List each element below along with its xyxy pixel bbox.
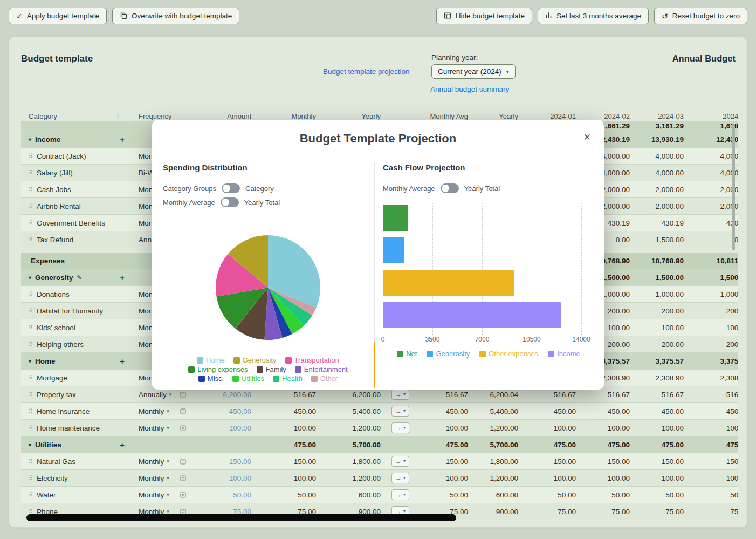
collapse-caret-icon[interactable]: ▾ (29, 358, 31, 364)
pie-legend-item-utilities[interactable]: Utilities (232, 374, 264, 383)
category-label: Category (245, 185, 274, 193)
drag-handle-icon[interactable]: ⠿ (29, 220, 33, 227)
set-last-3-months-average-button[interactable]: Set last 3 months average (538, 8, 649, 24)
pie-legend-item-transportation[interactable]: Transportation (285, 356, 339, 365)
pie-legend-item-entertainment[interactable]: Entertainment (295, 365, 348, 374)
bar-other-expenses[interactable] (383, 270, 514, 296)
apply-row-button[interactable]: →▾ (391, 473, 409, 483)
frequency-value: Monthly (139, 491, 164, 499)
bar-legend-item-other-expenses[interactable]: Other expenses (479, 350, 538, 358)
frequency-dropdown[interactable]: Monthly▾ (134, 407, 194, 415)
frequency-options-icon[interactable] (180, 459, 186, 465)
overwrite-budget-template-button[interactable]: Overwrite with budget template (112, 8, 239, 24)
apply-budget-template-button[interactable]: ✓ Apply budget template (9, 8, 107, 24)
bar-income[interactable] (383, 302, 561, 328)
bar-net[interactable] (383, 205, 408, 231)
horizontal-scrollbar-thumb[interactable] (26, 514, 456, 521)
chevron-down-icon: ▾ (506, 69, 509, 74)
amount-cell[interactable]: 6,200.00 (194, 391, 256, 399)
drag-handle-icon[interactable]: ⠿ (29, 341, 33, 348)
drag-handle-icon[interactable]: ⠿ (29, 308, 33, 315)
yearly-total-label: Yearly Total (244, 199, 280, 207)
frequency-dropdown[interactable]: Monthly▾ (134, 424, 194, 432)
frequency-dropdown[interactable]: Monthly▾ (134, 474, 194, 482)
drag-handle-icon[interactable]: ⠿ (29, 236, 33, 243)
bar-legend-item-income[interactable]: Income (548, 350, 580, 358)
category-label: Property tax (37, 391, 76, 399)
drag-handle-icon[interactable]: ⠿ (29, 425, 33, 432)
reset-budget-to-zero-button[interactable]: ↺ Reset budget to zero (654, 8, 747, 24)
drag-handle-icon[interactable]: ⠿ (29, 169, 33, 176)
category-groups-toggle[interactable] (222, 183, 240, 193)
pie-legend-item-generosity[interactable]: Generosity (233, 356, 277, 365)
spending-average-toggle[interactable] (221, 197, 239, 207)
drag-handle-icon[interactable]: ⠿ (29, 153, 33, 160)
month-cell-2024-04: 1,618.43 (688, 122, 738, 130)
edit-icon[interactable]: ✎ (77, 274, 82, 281)
column-menu-icon[interactable]: ⋮ (114, 112, 121, 120)
pie-legend-item-health[interactable]: Health (273, 374, 303, 383)
month-cell-2024-01: 50.00 (523, 491, 580, 499)
frequency-options-icon[interactable] (180, 425, 186, 431)
bar-generosity[interactable] (383, 237, 404, 263)
bar-legend-item-net[interactable]: Net (397, 350, 417, 358)
add-category-button[interactable]: + (120, 135, 125, 144)
amount-cell[interactable]: 100.00 (194, 474, 256, 482)
drag-handle-icon[interactable]: ⠿ (29, 492, 33, 499)
pie-legend-item-family[interactable]: Family (257, 365, 286, 374)
planning-year-select[interactable]: Current year (2024) ▾ (431, 64, 516, 79)
cashflow-average-toggle[interactable] (441, 183, 459, 193)
drag-handle-icon[interactable]: ⠿ (29, 324, 33, 331)
month-cell-2024-02: 100.00 (580, 474, 634, 482)
add-category-button[interactable]: + (120, 273, 125, 282)
frequency-dropdown[interactable]: Monthly▾ (134, 458, 194, 466)
add-category-button[interactable]: + (120, 440, 125, 449)
frequency-dropdown[interactable]: Monthly▾ (134, 491, 194, 499)
frequency-options-icon[interactable] (180, 509, 186, 515)
apply-row-button[interactable]: →▾ (391, 406, 409, 417)
frequency-options-icon[interactable] (180, 492, 186, 498)
pie-legend-item-living-expenses[interactable]: Living expenses (188, 365, 248, 374)
amount-cell[interactable]: 150.00 (194, 458, 256, 466)
hide-budget-template-button[interactable]: Hide budget template (436, 8, 532, 24)
month-cell-2024-04: 4,000.00 (688, 169, 738, 177)
drag-handle-icon[interactable]: ⠿ (29, 458, 33, 465)
drag-handle-icon[interactable]: ⠿ (29, 374, 33, 381)
amount-cell[interactable]: 50.00 (194, 491, 256, 499)
monthly-cell: 450.00 (256, 407, 320, 415)
bar-legend-item-generosity[interactable]: Generosity (427, 350, 470, 358)
drag-handle-icon[interactable]: ⠿ (29, 203, 33, 210)
apply-cell: →▾ (385, 489, 415, 500)
pie-legend-item-misc[interactable]: Misc. (198, 374, 224, 383)
drag-handle-icon[interactable]: ⠿ (29, 291, 33, 298)
month-cell-2024-03: 75.00 (634, 508, 688, 516)
apply-row-button[interactable]: →▾ (391, 489, 409, 500)
drag-handle-icon[interactable]: ⠿ (29, 391, 33, 398)
collapse-caret-icon[interactable]: ▾ (29, 275, 31, 281)
drag-handle-icon[interactable]: ⠿ (29, 408, 33, 415)
close-icon[interactable]: ✕ (583, 132, 591, 143)
apply-row-button[interactable]: →▾ (391, 422, 409, 433)
frequency-options-icon[interactable] (180, 408, 186, 414)
frequency-options-icon[interactable] (180, 475, 186, 481)
amount-cell[interactable]: 100.00 (194, 424, 256, 432)
set-last-3-months-average-label: Set last 3 months average (556, 12, 641, 20)
apply-row-button[interactable]: →▾ (391, 456, 409, 467)
collapse-caret-icon[interactable]: ▾ (29, 442, 31, 448)
pie-legend-item-home[interactable]: Home (197, 356, 225, 365)
category-cell: ▾Home+ (21, 357, 134, 366)
add-category-button[interactable]: + (120, 357, 125, 366)
amount-cell[interactable]: 450.00 (194, 407, 256, 415)
drag-handle-icon[interactable]: ⠿ (29, 475, 33, 482)
annual-budget-summary-link[interactable]: Annual budget summary (430, 85, 509, 93)
legend-label: Net (406, 350, 417, 358)
frequency-dropdown[interactable]: Annually▾ (134, 391, 194, 399)
drag-handle-icon[interactable]: ⠿ (29, 186, 33, 193)
vertical-scrollbar[interactable] (732, 124, 735, 250)
pie-legend-item-other[interactable]: Other (311, 374, 338, 383)
budget-template-projection-link[interactable]: Budget template projection (323, 67, 410, 76)
apply-row-button[interactable]: →▾ (391, 389, 409, 400)
collapse-caret-icon[interactable]: ▾ (29, 137, 31, 142)
arrow-right-icon: → (395, 425, 402, 431)
frequency-options-icon[interactable] (180, 392, 186, 398)
